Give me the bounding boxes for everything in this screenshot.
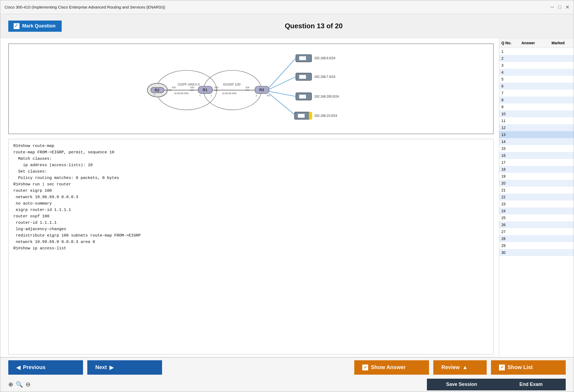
r3-net4-line (269, 94, 296, 116)
question-row-9[interactable]: 9 (499, 103, 574, 110)
q-ans-4 (521, 70, 552, 74)
svg-text:███: ███ (299, 95, 306, 99)
question-list-scroll[interactable]: 1234567891011121314151617181920212223242… (499, 48, 574, 357)
highlight-bar (309, 112, 312, 119)
mark-question-button[interactable]: Mark Question (8, 21, 62, 32)
show-list-checkbox-icon (499, 365, 505, 370)
question-row-18[interactable]: 18 (499, 166, 574, 173)
q-num-8: 8 (501, 98, 521, 102)
question-row-17[interactable]: 17 (499, 159, 574, 166)
question-row-4[interactable]: 4 (499, 69, 574, 76)
q-mark-13 (552, 133, 572, 137)
question-row-29[interactable]: 29 (499, 242, 574, 249)
minimize-button[interactable]: ─ (551, 4, 554, 10)
question-row-24[interactable]: 24 (499, 207, 574, 214)
question-row-7[interactable]: 7 (499, 90, 574, 97)
q-num-22: 22 (501, 195, 521, 199)
q-num-23: 23 (501, 202, 521, 206)
code-line-8: router eigrp 100 (13, 188, 489, 194)
question-row-27[interactable]: 27 (499, 228, 574, 235)
question-title: Question 13 of 20 (62, 22, 566, 30)
q-ans-20 (521, 181, 552, 185)
close-button[interactable]: ✕ (565, 4, 569, 10)
q-ans-5 (521, 77, 552, 81)
network-diagram: OSPF AREA 0 EIGRP 100 R2 2 R1 1 1 (8, 43, 494, 134)
question-row-26[interactable]: 26 (499, 221, 574, 228)
eigrp-label: EIGRP 100 (223, 82, 241, 86)
question-row-2[interactable]: 2 (499, 55, 574, 62)
r1-label: R1 (203, 88, 207, 92)
code-line-3: Match clauses: (13, 156, 489, 162)
code-line-15: redistribute eigrp 100 subnets route-map… (13, 233, 489, 239)
code-line-6: Policy routing matches: 0 packets, 0 byt… (13, 175, 489, 181)
review-button[interactable]: Review (433, 360, 487, 375)
question-row-8[interactable]: 8 (499, 97, 574, 103)
q-ans-15 (521, 146, 552, 151)
show-answer-button[interactable]: Show Answer (354, 360, 429, 375)
previous-button[interactable]: Previous (8, 360, 83, 375)
q-ans-23 (521, 202, 552, 206)
svg-text:███: ███ (299, 56, 306, 60)
question-row-12[interactable]: 12 (499, 124, 574, 131)
next-button[interactable]: Next (87, 360, 162, 375)
question-row-15[interactable]: 15 (499, 145, 574, 152)
r2-label: R2 (155, 88, 160, 92)
q-mark-7 (552, 91, 572, 95)
net2-label: 192.168.7.0/24 (314, 75, 335, 79)
net4-label: 192.168.15.0/24 (314, 114, 337, 118)
zoom-reset-button[interactable]: 🔍 (16, 381, 23, 388)
zoom-out-button[interactable]: ⊖ (26, 381, 30, 388)
q-num-4: 4 (501, 70, 521, 74)
svg-text:0/1: 0/1 (246, 89, 249, 91)
question-row-5[interactable]: 5 (499, 76, 574, 83)
q-ans-1 (521, 49, 552, 54)
end-exam-label: End Exam (519, 382, 542, 387)
nav-row-1: Previous Next Show Answer Review Show Li… (0, 358, 574, 377)
svg-text:0/0: 0/0 (168, 89, 171, 91)
q-ans-13 (521, 133, 552, 137)
end-exam-button[interactable]: End Exam (496, 379, 566, 390)
save-session-label: Save Session (446, 382, 477, 387)
question-row-13[interactable]: 13 (499, 131, 574, 138)
code-line-9: network 10.96.69.0 0.0.0.3 (13, 194, 489, 201)
question-row-30[interactable]: 30 (499, 249, 574, 256)
code-line-16: network 10.99.69.0 0.0.0.3 area 0 (13, 239, 489, 245)
question-row-10[interactable]: 10 (499, 110, 574, 117)
question-row-14[interactable]: 14 (499, 138, 574, 145)
code-line-11: eigrp router-id 1.1.1.1 (13, 207, 489, 213)
question-row-3[interactable]: 3 (499, 62, 574, 69)
question-row-19[interactable]: 19 (499, 173, 574, 180)
save-session-button[interactable]: Save Session (427, 379, 496, 390)
show-list-button[interactable]: Show List (491, 360, 566, 375)
col-qno-header: Q No. (501, 41, 521, 45)
q-ans-16 (521, 153, 552, 158)
question-row-16[interactable]: 16 (499, 152, 574, 159)
q-num-13: 13 (501, 133, 521, 137)
question-row-23[interactable]: 23 (499, 201, 574, 207)
q-mark-20 (552, 181, 572, 185)
q-ans-22 (521, 195, 552, 199)
question-row-28[interactable]: 28 (499, 235, 574, 242)
q-mark-3 (552, 63, 572, 67)
question-row-20[interactable]: 20 (499, 180, 574, 187)
question-row-1[interactable]: 1 (499, 48, 574, 55)
q-ans-2 (521, 56, 552, 61)
right-panel-header: Q No. Answer Marked (499, 38, 574, 48)
q-mark-27 (552, 230, 572, 234)
code-line-12: router ospf 100 (13, 213, 489, 220)
question-row-22[interactable]: 22 (499, 194, 574, 201)
q-num-20: 20 (501, 181, 521, 185)
q-num-12: 12 (501, 126, 521, 130)
question-row-25[interactable]: 25 (499, 214, 574, 221)
question-row-6[interactable]: 6 (499, 83, 574, 90)
q-ans-26 (521, 223, 552, 227)
maximize-button[interactable]: □ (558, 4, 561, 10)
question-row-11[interactable]: 11 (499, 117, 574, 124)
title-bar: Cisco 300-410 (Implementing Cisco Enterp… (0, 0, 574, 14)
question-row-21[interactable]: 21 (499, 187, 574, 194)
zoom-in-button[interactable]: ⊕ (8, 381, 13, 388)
q-num-10: 10 (501, 112, 521, 116)
svg-text:0/0: 0/0 (190, 89, 194, 91)
q-num-9: 9 (501, 105, 521, 109)
code-line-7: R1#show run | sec router (13, 181, 489, 188)
